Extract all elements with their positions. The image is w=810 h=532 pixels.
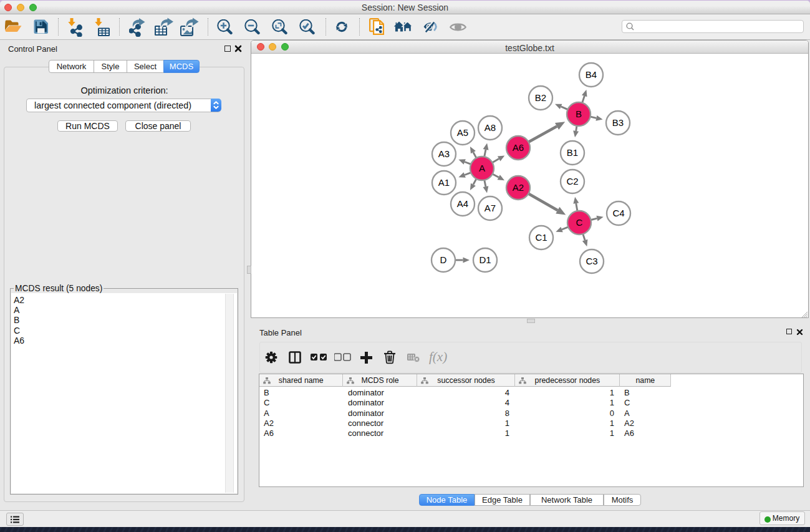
svg-text:B2: B2 (535, 92, 546, 103)
svg-text:C2: C2 (566, 176, 578, 186)
svg-text:A2: A2 (513, 182, 524, 193)
svg-text:C3: C3 (586, 256, 597, 266)
svg-text:A6: A6 (513, 142, 524, 153)
svg-text:B4: B4 (586, 69, 597, 80)
svg-text:A3: A3 (438, 148, 450, 159)
svg-text:D1: D1 (479, 254, 491, 265)
svg-text:A4: A4 (457, 198, 468, 209)
svg-text:A5: A5 (457, 127, 468, 138)
svg-text:C4: C4 (612, 208, 624, 218)
svg-text:B3: B3 (612, 117, 624, 128)
svg-text:B1: B1 (567, 147, 578, 158)
svg-text:D: D (440, 254, 447, 265)
svg-text:A7: A7 (485, 203, 496, 213)
svg-text:A: A (479, 163, 485, 173)
svg-text:C: C (576, 217, 583, 228)
svg-text:A1: A1 (438, 177, 450, 188)
svg-text:C1: C1 (535, 232, 547, 243)
svg-text:B: B (576, 109, 582, 119)
svg-text:A8: A8 (485, 122, 496, 133)
